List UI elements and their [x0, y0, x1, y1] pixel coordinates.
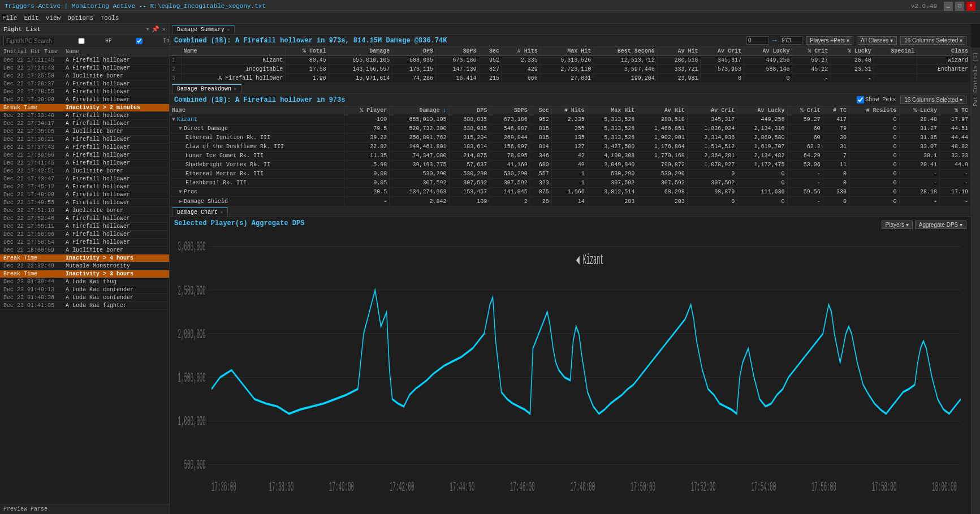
- bth-pct-lucky[interactable]: % Lucky: [899, 106, 940, 115]
- th-class[interactable]: Class: [917, 47, 971, 56]
- nav-input-right[interactable]: [780, 36, 802, 45]
- th-hits[interactable]: # Hits: [502, 47, 541, 56]
- fight-row[interactable]: Dec 22 17:21:45A Firefall hollower: [0, 57, 169, 64]
- bth-av-hit[interactable]: Av Hit: [637, 106, 687, 115]
- bth-hits[interactable]: # Hits: [551, 106, 587, 115]
- pet-controls-tab[interactable]: Pet Controls (1): [972, 50, 980, 109]
- bth-sdps[interactable]: SDPS: [490, 106, 530, 115]
- fight-list-menu-icon[interactable]: ▾: [146, 25, 150, 33]
- menu-options[interactable]: Options: [67, 15, 93, 21]
- bth-av-lucky[interactable]: Av Lucky: [737, 106, 787, 115]
- breakdown-row[interactable]: ▶Damage Shield - 2,842 109 2 26 14 203 2…: [170, 197, 971, 206]
- th-sec[interactable]: Sec: [479, 47, 502, 56]
- tab-damage-summary[interactable]: Damage Summary ✕: [172, 25, 235, 34]
- breakdown-row[interactable]: ▼Proc 20.5 134,274,963 153,457 141,045 8…: [170, 188, 971, 197]
- summary-row[interactable]: 2 Incogitable 17.58 143,166,557 173,115 …: [170, 65, 971, 74]
- breakdown-row[interactable]: Claw of the Duskflame Rk. III 22.82 149,…: [170, 142, 971, 152]
- bth-pct-crit[interactable]: % Crit: [787, 106, 823, 115]
- fight-row[interactable]: Dec 22 17:52:46A Firefall hollower: [0, 215, 169, 223]
- expand-icon[interactable]: ▼: [179, 189, 182, 195]
- fight-row[interactable]: Dec 22 17:39:06A Firefall hollower: [0, 152, 169, 159]
- bth-max-hit[interactable]: Max Hit: [587, 106, 637, 115]
- all-classes-dropdown[interactable]: All Classes ▾: [857, 36, 897, 45]
- expand-icon[interactable]: ▶: [179, 198, 182, 205]
- fight-row[interactable]: Break TimeInactivity > 2 minutes: [0, 104, 169, 112]
- preview-parse-button[interactable]: Preview Parse: [0, 504, 169, 514]
- tab-damage-breakdown[interactable]: Damage Breakdown ✕: [172, 84, 241, 93]
- fight-row[interactable]: Dec 22 17:36:21A Firefall hollower: [0, 136, 169, 144]
- fight-row[interactable]: Dec 23 01:41:05A Loda Kai fighter: [0, 302, 169, 310]
- expand-icon[interactable]: ▼: [172, 116, 175, 123]
- th-pct-crit[interactable]: % Crit: [792, 47, 831, 56]
- fight-row[interactable]: Dec 22 17:26:37A Firefall hollower: [0, 80, 169, 88]
- th-sdps[interactable]: SDPS: [435, 47, 479, 56]
- bth-sec[interactable]: Sec: [530, 106, 551, 115]
- fight-row[interactable]: Dec 22 22:32:49Mutable Monstrosity: [0, 262, 169, 270]
- summary-row[interactable]: 1 Kizant 80.45 655,010,105 688,035 673,1…: [170, 56, 971, 65]
- fight-row[interactable]: Dec 22 17:55:11A Firefall hollower: [0, 223, 169, 231]
- breakdown-table-wrap[interactable]: Name % Player Damage ↓ DPS SDPS Sec # Hi…: [170, 106, 971, 206]
- fight-row[interactable]: Dec 22 17:33:40A Firefall hollower: [0, 112, 169, 120]
- fight-list-pin-icon[interactable]: 📌: [152, 25, 159, 33]
- breakdown-row[interactable]: ▼Direct Damage 79.5 520,732,300 638,935 …: [170, 124, 971, 133]
- th-av-lucky[interactable]: Av Lucky: [744, 47, 793, 56]
- fight-row[interactable]: Dec 22 17:41:45A Firefall hollower: [0, 159, 169, 167]
- bth-damage[interactable]: Damage ↓: [390, 106, 449, 115]
- fight-row[interactable]: Dec 23 01:40:36A Loda Kai contender: [0, 294, 169, 302]
- fight-row[interactable]: Dec 22 17:58:06A Firefall hollower: [0, 231, 169, 239]
- maximize-button[interactable]: □: [955, 2, 964, 11]
- breakdown-row[interactable]: Shadebright Vortex Rk. II 5.98 39,193,77…: [170, 161, 971, 170]
- close-button[interactable]: ×: [966, 2, 975, 11]
- fight-row[interactable]: Dec 22 17:42:51A luclinite borer: [0, 167, 169, 175]
- summary-row[interactable]: 3 A Firefall hollower 1.96 15,971,614 74…: [170, 74, 971, 83]
- tab-damage-summary-close[interactable]: ✕: [227, 27, 230, 33]
- expand-icon[interactable]: ▼: [179, 126, 182, 132]
- bth-av-crit[interactable]: Av Crit: [687, 106, 737, 115]
- fight-row[interactable]: Dec 22 18:00:09A luclinite borer: [0, 247, 169, 254]
- columns-selected-dropdown[interactable]: 16 Columns Selected ▾: [900, 36, 966, 45]
- th-pct-total[interactable]: % Total: [286, 47, 329, 56]
- th-best-second[interactable]: Best Second: [594, 47, 658, 56]
- th-max-hit[interactable]: Max Hit: [540, 47, 594, 56]
- bth-pct-player[interactable]: % Player: [344, 106, 390, 115]
- tab-damage-breakdown-close[interactable]: ✕: [234, 86, 236, 92]
- breakdown-columns-dropdown[interactable]: 16 Columns Selected ▾: [900, 96, 966, 104]
- breakdown-row[interactable]: Lunar Ice Comet Rk. III 11.35 74,347,080…: [170, 152, 971, 161]
- fight-row[interactable]: Dec 22 17:34:17A Firefall hollower: [0, 120, 169, 128]
- fight-row[interactable]: Dec 22 17:30:08A Firefall hollower: [0, 96, 169, 104]
- inactivity-filter-checkbox[interactable]: [116, 38, 162, 44]
- th-pct-lucky[interactable]: % Lucky: [831, 47, 874, 56]
- chart-metric-dropdown[interactable]: Aggregate DPS ▾: [915, 221, 966, 229]
- menu-view[interactable]: View: [46, 15, 61, 21]
- breakdown-row[interactable]: ▼Kizant 100 655,010,105 688,035 673,186 …: [170, 115, 971, 124]
- menu-tools[interactable]: Tools: [100, 15, 119, 21]
- nav-input-left[interactable]: [746, 36, 769, 45]
- fight-npc-search-input[interactable]: [3, 37, 54, 45]
- bth-tc[interactable]: # TC: [823, 106, 849, 115]
- fight-row[interactable]: Dec 22 17:48:08A Firefall hollower: [0, 191, 169, 199]
- minimize-button[interactable]: _: [944, 2, 953, 11]
- fight-row[interactable]: Dec 22 17:49:55A Firefall hollower: [0, 199, 169, 207]
- fight-list[interactable]: Dec 22 17:21:45A Firefall hollowerDec 22…: [0, 57, 169, 504]
- fight-row[interactable]: Dec 22 17:45:12A Firefall hollower: [0, 183, 169, 191]
- th-special[interactable]: Special: [874, 47, 917, 56]
- fight-row[interactable]: Dec 22 17:37:43A Firefall hollower: [0, 144, 169, 152]
- fight-row[interactable]: Break TimeInactivity > 3 hours: [0, 270, 169, 278]
- th-damage[interactable]: Damage: [329, 47, 392, 56]
- fight-row[interactable]: Dec 22 17:43:47A Firefall hollower: [0, 175, 169, 183]
- tab-damage-chart-close[interactable]: ✕: [220, 209, 223, 215]
- fight-list-close-icon[interactable]: ✕: [162, 25, 166, 33]
- menu-file[interactable]: File: [2, 15, 17, 21]
- fight-row[interactable]: Dec 22 17:24:43A Firefall hollower: [0, 64, 169, 72]
- nav-right-arrow[interactable]: →: [772, 37, 776, 45]
- breakdown-row[interactable]: Ethereal Mortar Rk. III 0.08 530,290 530…: [170, 170, 971, 179]
- fight-row[interactable]: Dec 22 17:58:54A Firefall hollower: [0, 239, 169, 247]
- th-av-crit[interactable]: Av Crit: [701, 47, 744, 56]
- th-dps[interactable]: DPS: [392, 47, 436, 56]
- players-pets-dropdown[interactable]: Players +Pets ▾: [806, 36, 853, 45]
- bth-dps[interactable]: DPS: [449, 106, 490, 115]
- show-pets-checkbox[interactable]: [857, 96, 864, 103]
- tab-damage-chart[interactable]: Damage Chart ✕: [172, 208, 228, 217]
- fight-row[interactable]: Dec 22 17:28:55A Firefall hollower: [0, 88, 169, 96]
- chart-players-dropdown[interactable]: Players ▾: [882, 221, 913, 229]
